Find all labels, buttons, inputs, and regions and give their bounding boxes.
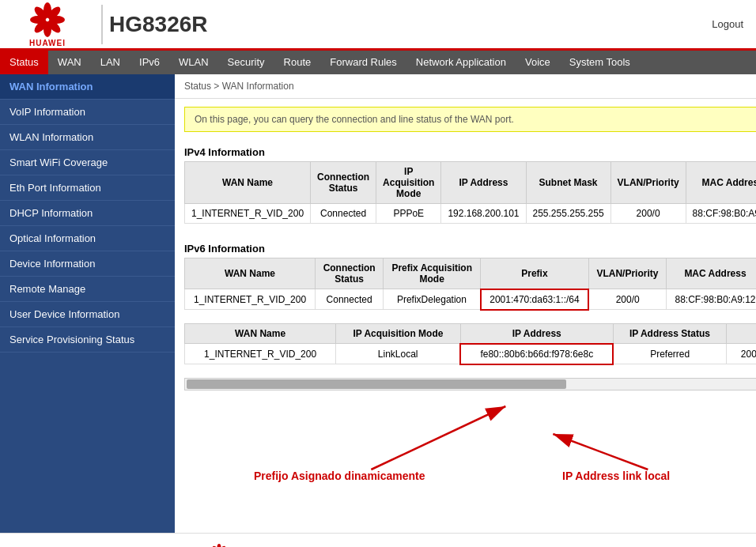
ipv6-cell-prefix: 2001:470:da63:1::/64 [481,289,588,310]
product-name: HG8326R [109,12,712,37]
ipv4-col-vlan-priority: VLAN/Priority [610,162,686,204]
ipv4-header-row: WAN Name ConnectionStatus IPAcquisitionM… [185,162,757,204]
header-divider [101,5,103,44]
footer-logo-icon [210,543,229,547]
sidebar-item-smart-wifi-coverage[interactable]: Smart WiFi Coverage [0,150,175,175]
ipv6-col-prefix: Prefix [481,258,588,289]
logo-area: HUAWEI [0,0,95,54]
ipv6-addr-cell-ip-address: fe80::80b6:b66d:f978:6e8c [460,344,613,364]
header: HUAWEI HG8326R Logout [0,0,756,51]
ipv6-col-conn-status: ConnectionStatus [316,258,384,289]
ipv6-addr-cell-wan-name: 1_INTERNET_R_VID_200 [185,344,336,364]
sidebar-item-dhcp-information[interactable]: DHCP Information [0,201,175,226]
huawei-logo-icon [28,1,66,39]
ipv4-table: WAN Name ConnectionStatus IPAcquisitionM… [184,161,756,224]
sidebar-item-user-device-information[interactable]: User Device Information [0,302,175,327]
nav-wlan[interactable]: WLAN [169,51,218,74]
breadcrumb: Status > WAN Information [175,74,756,99]
ipv6-addr-col-wan-name: WAN Name [185,323,336,344]
nav-lan[interactable]: LAN [91,51,130,74]
sidebar-item-eth-port-information[interactable]: Eth Port Information [0,175,175,201]
annotation-label-ip-link-local: IP Address link local [562,470,670,482]
ipv4-table-wrap: WAN Name ConnectionStatus IPAcquisitionM… [184,161,756,230]
ipv4-cell-ip-acq-mode: PPPoE [376,204,441,224]
ipv4-col-mac-address: MAC Address [686,162,756,204]
nav-forward-rules[interactable]: Forward Rules [320,51,406,74]
svg-line-9 [371,406,505,470]
nav-voice[interactable]: Voice [516,51,560,74]
ipv6-addr-cell-dns: 2001:470:20::2 [726,344,756,364]
logout-button[interactable]: Logout [712,18,743,30]
ipv6-col-vlan-priority: VLAN/Priority [588,258,667,289]
svg-line-10 [553,434,648,470]
sidebar-item-voip-information[interactable]: VoIP Information [0,100,175,125]
ipv6-addr-table: WAN Name IP Acquisition Mode IP Address … [184,323,756,365]
info-message: On this page, you can query the connecti… [184,107,756,132]
ipv6-addr-col-ip-status: IP Address Status [613,323,726,344]
ipv6-header-row: WAN Name ConnectionStatus Prefix Acquisi… [185,258,757,289]
sidebar-item-device-information[interactable]: Device Information [0,251,175,277]
annotation-arrows-svg [175,390,756,517]
ipv6-cell-wan-name: 1_INTERNET_R_VID_200 [185,289,316,310]
ipv6-addr-col-ip-address: IP Address [460,323,613,344]
ipv4-cell-vlan: 200/0 [610,204,686,224]
ipv6-cell-vlan: 200/0 [588,289,667,310]
nav-system-tools[interactable]: System Tools [560,51,640,74]
ipv6-col-mac-address: MAC Address [667,258,756,289]
ipv4-cell-wan-name: 1_INTERNET_R_VID_200 [185,204,311,224]
ipv6-table-wrap: WAN Name ConnectionStatus Prefix Acquisi… [184,258,756,317]
scroll-thumb[interactable] [187,379,566,389]
nav-ipv6[interactable]: IPv6 [130,51,169,74]
ipv6-addr-col-dns: DNS [726,323,756,344]
sidebar-item-optical-information[interactable]: Optical Information [0,226,175,251]
ipv6-section-title: IPv6 Information [175,236,756,258]
ipv4-section-title: IPv4 Information [175,140,756,161]
ipv6-addr-col-ip-acq-mode: IP Acquisition Mode [336,323,460,344]
sidebar-item-wan-information[interactable]: WAN Information [0,74,175,100]
ipv6-col-prefix-acq-mode: Prefix AcquisitionMode [384,258,481,289]
ipv6-addr-cell-ip-status: Preferred [613,344,726,364]
nav-bar: Status WAN LAN IPv6 WLAN Security Route … [0,51,756,74]
ipv4-cell-subnet-mask: 255.255.255.255 [526,204,610,224]
ipv4-col-conn-status: ConnectionStatus [311,162,376,204]
svg-point-11 [217,544,221,547]
ipv6-col-wan-name: WAN Name [185,258,316,289]
ipv6-addr-cell-ip-acq-mode: LinkLocal [336,344,460,364]
ipv4-col-subnet-mask: Subnet Mask [526,162,610,204]
ipv6-cell-prefix-acq-mode: PrefixDelegation [384,289,481,310]
nav-network-application[interactable]: Network Application [406,51,516,74]
ipv6-table: WAN Name ConnectionStatus Prefix Acquisi… [184,258,756,311]
ipv6-cell-mac: 88:CF:98:B0:A9:12 [667,289,756,310]
horizontal-scrollbar[interactable] [184,378,756,390]
sidebar-item-wlan-information[interactable]: WLAN Information [0,125,175,150]
nav-wan[interactable]: WAN [48,51,91,74]
nav-route[interactable]: Route [274,51,321,74]
table-row: 1_INTERNET_R_VID_200 Connected PPPoE 192… [185,204,757,224]
nav-security[interactable]: Security [218,51,274,74]
ipv4-col-ip-address: IP Address [441,162,526,204]
footer: Copyright © Huawei Technologies Co., Ltd… [0,533,756,547]
sidebar: WAN Information VoIP Information WLAN In… [0,74,175,533]
ipv6-cell-conn-status: Connected [316,289,384,310]
sidebar-item-remote-manage[interactable]: Remote Manage [0,277,175,302]
ipv4-col-wan-name: WAN Name [185,162,311,204]
ipv4-cell-ip-address: 192.168.200.101 [441,204,526,224]
ipv6-addr-header-row: WAN Name IP Acquisition Mode IP Address … [185,323,757,344]
main-layout: WAN Information VoIP Information WLAN In… [0,74,756,533]
ipv4-cell-mac: 88:CF:98:B0:A9:12 [686,204,756,224]
table-row: 1_INTERNET_R_VID_200 LinkLocal fe80::80b… [185,344,757,364]
logo-text: HUAWEI [29,39,66,47]
annotation-area: Prefijo Asignado dinamicamente IP Addres… [175,390,756,517]
annotation-label-prefix: Prefijo Asignado dinamicamente [254,470,425,482]
ipv4-cell-conn-status: Connected [311,204,376,224]
ipv6-addr-table-wrap: WAN Name IP Acquisition Mode IP Address … [184,323,756,372]
nav-status[interactable]: Status [0,51,48,74]
table-row: 1_INTERNET_R_VID_200 Connected PrefixDel… [185,289,757,310]
main-content: Status > WAN Information On this page, y… [175,74,756,533]
ipv4-col-ip-acq-mode: IPAcquisitionMode [376,162,441,204]
sidebar-item-service-provisioning-status[interactable]: Service Provisioning Status [0,327,175,353]
